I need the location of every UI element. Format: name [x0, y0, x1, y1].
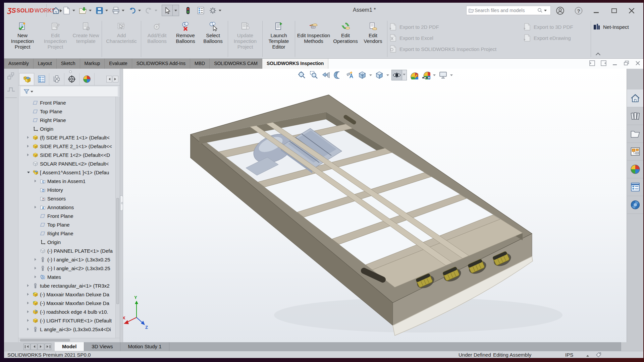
tree-item-sensors[interactable]: Sensors — [18, 194, 120, 203]
tree-filter-bar[interactable] — [20, 86, 118, 97]
tree-item-roadshock[interactable]: (-) roadshock edge 4 bulb v10. — [18, 307, 120, 316]
tree-item-l-angle-ai-3[interactable]: L angle_ai<3> (L3x3x0.25x4<Di — [18, 325, 120, 334]
tree-vertical-scrollbar[interactable] — [115, 97, 120, 338]
tree-item-side-plate-2-1[interactable]: SIDE PLATE 2_1<1> (Default<< — [18, 142, 120, 150]
collapse-pane-left-icon[interactable] — [589, 60, 595, 66]
zoom-to-fit-icon[interactable] — [297, 70, 307, 80]
expander-icon[interactable] — [27, 170, 33, 175]
tree-item-right-plane-sub[interactable]: Right Plane — [18, 229, 120, 238]
dimxpert-manager-tab[interactable] — [64, 73, 79, 85]
tree-item-solar-pannel[interactable]: SOLAR PANNEL<2> (Default< — [18, 159, 120, 168]
hide-show-dropdown-icon[interactable] — [402, 70, 407, 80]
edit-inspection-project-button[interactable]: Edit Inspection Project — [39, 19, 72, 50]
tab-evaluate[interactable]: Evaluate — [105, 59, 132, 69]
expander-icon[interactable] — [27, 284, 33, 287]
expander-icon[interactable] — [27, 293, 33, 296]
taskpane-view-palette-tab[interactable] — [627, 143, 643, 161]
undo-dropdown-icon[interactable] — [138, 10, 141, 13]
export-to-2d-pdf-button[interactable]: Export to 2D PDF — [389, 22, 523, 32]
settings-gear-icon[interactable] — [207, 5, 218, 16]
tab-solidworks-cam[interactable]: SOLIDWORKS CAM — [210, 59, 262, 69]
display-manager-tab[interactable] — [79, 73, 95, 85]
maximize-icon[interactable] — [610, 6, 619, 15]
new-inspection-project-button[interactable]: New Inspection Project — [6, 19, 39, 50]
expander-icon[interactable] — [35, 276, 40, 278]
select-dropdown-icon[interactable] — [174, 10, 177, 13]
tab-assembly[interactable]: Assembly — [4, 59, 34, 69]
document-close-icon[interactable] — [635, 60, 641, 66]
tab-motion-study-1[interactable]: Motion Study 1 — [120, 342, 169, 351]
expander-icon[interactable] — [27, 302, 33, 304]
scrollbar-thumb[interactable] — [116, 198, 119, 304]
tree-item-front-plane[interactable]: Front Plane — [18, 98, 120, 107]
tab-layout[interactable]: Layout — [34, 59, 57, 69]
tree-item-tube-rectangular[interactable]: tube rectangular_ai<1> (TR3x2 — [18, 281, 120, 290]
taskpane-file-explorer-tab[interactable] — [627, 125, 643, 143]
expander-icon[interactable] — [27, 136, 33, 139]
expander-icon[interactable] — [27, 319, 33, 322]
unit-system-label[interactable]: IPS — [565, 352, 573, 358]
tab-model[interactable]: Model — [55, 342, 84, 351]
new-document-icon[interactable] — [61, 5, 72, 16]
tab-solidworks-add-ins[interactable]: SOLIDWORKS Add-Ins — [132, 59, 190, 69]
tree-item-l-angle-ai-2[interactable]: (-) l angle_ai<2> (L3x3x0.25 — [18, 264, 120, 273]
zoom-to-area-icon[interactable] — [309, 70, 319, 80]
minimize-icon[interactable] — [592, 6, 600, 15]
undo-icon[interactable] — [127, 5, 138, 16]
hide-show-items-button[interactable] — [391, 70, 407, 80]
property-manager-tab[interactable] — [34, 73, 49, 85]
tree-item-maxxair-2[interactable]: (-) Maxxair Maxxfan Deluxe Da — [18, 299, 120, 307]
taskpane-appearances-scenes-tab[interactable] — [627, 161, 643, 178]
first-tab-icon[interactable] — [23, 344, 30, 350]
taskpane-home-tab[interactable] — [627, 89, 643, 107]
expander-icon[interactable] — [35, 180, 40, 182]
assembly-model[interactable]: Y X Z — [123, 69, 627, 342]
save-dropdown-icon[interactable] — [105, 10, 108, 13]
view-orientation-dropdown-icon[interactable] — [369, 74, 372, 77]
expander-icon[interactable] — [27, 154, 33, 156]
panel-splitter[interactable] — [120, 69, 123, 342]
units-dropdown-icon[interactable] — [586, 354, 589, 357]
settings-dropdown-icon[interactable] — [219, 10, 221, 13]
remove-balloons-button[interactable]: Remove Balloons — [171, 19, 200, 44]
user-account-icon[interactable] — [556, 6, 565, 15]
tree-item-side-plate-1-1[interactable]: (f) SIDE PLATE 1<1> (Default< — [18, 133, 120, 142]
tree-item-maxxair-1[interactable]: (-) Maxxair Maxxfan Deluxe Da — [18, 290, 120, 299]
home-icon[interactable] — [50, 5, 61, 16]
next-tab-icon[interactable] — [38, 344, 44, 350]
print-dropdown-icon[interactable] — [122, 10, 124, 13]
tree-item-annotations[interactable]: Annotations — [18, 203, 120, 212]
previous-tab-icon[interactable] — [31, 344, 37, 350]
tab-sketch[interactable]: Sketch — [57, 59, 80, 69]
last-tab-icon[interactable] — [45, 344, 51, 350]
export-edrawing-button[interactable]: Export eDrawing — [523, 33, 589, 43]
edit-inspection-methods-button[interactable]: Edit Inspection Methods — [297, 19, 330, 44]
scroll-left-icon[interactable] — [106, 76, 112, 82]
net-inspect-button[interactable]: Net-Inspect — [593, 22, 629, 32]
previous-view-icon[interactable] — [321, 70, 331, 80]
scrollbar-thumb[interactable] — [20, 339, 70, 342]
dynamic-annotation-views-icon[interactable] — [345, 70, 355, 80]
launch-template-editor-button[interactable]: Launch Template Editor — [264, 19, 293, 50]
edit-vendors-button[interactable]: Edit Vendors — [361, 19, 385, 44]
edit-appearance-icon[interactable] — [409, 70, 419, 80]
step-profile-icon[interactable] — [7, 85, 15, 94]
tab-mbd[interactable]: MBD — [190, 59, 210, 69]
document-restore-icon[interactable] — [624, 60, 629, 66]
new-dropdown-icon[interactable] — [72, 10, 75, 13]
scroll-right-icon[interactable] — [113, 76, 118, 82]
filter-dropdown-icon[interactable] — [31, 91, 33, 94]
expander-icon[interactable] — [27, 328, 33, 330]
select-balloons-button[interactable]: Select Balloons — [200, 19, 226, 44]
tree-item-mates[interactable]: Mates — [18, 273, 120, 281]
detached-tree-icon[interactable] — [7, 72, 15, 81]
evaluate-list-icon[interactable] — [195, 5, 206, 16]
expander-icon[interactable] — [35, 258, 40, 261]
filter-funnel-icon[interactable] — [23, 88, 30, 95]
redo-dropdown-icon[interactable] — [155, 10, 157, 13]
tab-solidworks-inspection[interactable]: SOLIDWORKS Inspection — [262, 59, 328, 69]
section-view-icon[interactable] — [333, 70, 343, 80]
help-icon[interactable]: ? — [574, 6, 583, 15]
select-cursor-icon[interactable] — [162, 5, 173, 16]
add-edit-balloons-button[interactable]: Add/Edit Balloons — [143, 19, 171, 44]
